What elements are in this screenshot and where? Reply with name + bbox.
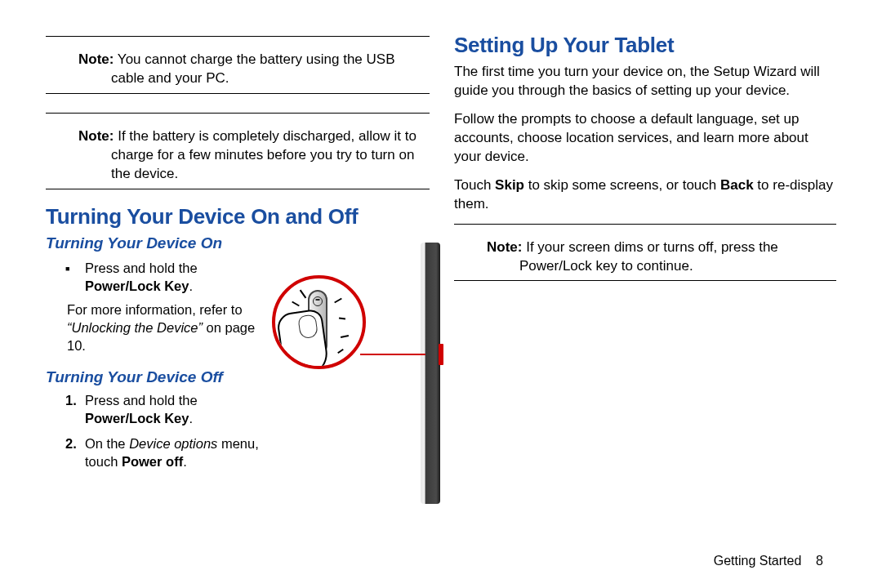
footer-section: Getting Started	[714, 554, 802, 568]
text: .	[183, 454, 187, 469]
instruction-text: Press and hold the Power/Lock Key. For m…	[46, 256, 261, 478]
note-text: If the battery is completely discharged,…	[111, 128, 416, 181]
note-label: Note:	[78, 51, 114, 67]
setup-prompts: Follow the prompts to choose a default l…	[454, 110, 836, 167]
left-column: Note: You cannot charge the battery usin…	[46, 33, 430, 539]
cross-reference: For more information, refer to “Unlockin…	[46, 301, 261, 355]
callout-line	[360, 354, 425, 355]
text: .	[189, 278, 193, 293]
step-press-hold: Press and hold the Power/Lock Key.	[85, 391, 261, 428]
rule	[46, 189, 430, 189]
power-off-label: Power off	[122, 454, 183, 469]
note-label: Note:	[78, 128, 114, 144]
device-illustration	[277, 243, 440, 504]
back-label: Back	[720, 177, 754, 193]
tablet-side-icon	[421, 243, 440, 504]
text: Touch	[454, 177, 495, 193]
press-mark-icon	[299, 289, 306, 298]
illustration-area	[261, 256, 430, 478]
press-mark-icon	[334, 297, 342, 303]
note-discharged: Note: If the battery is completely disch…	[46, 127, 430, 184]
text: to skip some screens, or touch	[524, 177, 720, 193]
setup-wizard-intro: The first time you turn your device on, …	[454, 63, 836, 100]
power-lock-key-label: Power/Lock Key	[85, 411, 189, 425]
right-column: Setting Up Your Tablet The first time yo…	[454, 33, 836, 539]
bullet-list: Press and hold the Power/Lock Key.	[46, 259, 261, 296]
rule	[454, 224, 836, 225]
rule	[46, 93, 430, 94]
press-mark-icon	[341, 335, 349, 338]
press-mark-icon	[292, 301, 300, 306]
note-no-usb-charge: Note: You cannot charge the battery usin…	[46, 51, 430, 88]
two-col-block: Press and hold the Power/Lock Key. For m…	[46, 256, 430, 478]
rule	[46, 113, 430, 114]
page-footer: Getting Started 8	[714, 554, 823, 568]
ref-title: “Unlocking the Device”	[67, 320, 203, 335]
text: On the	[85, 436, 129, 451]
text: For more information, refer to	[67, 302, 243, 317]
heading-setup-tablet: Setting Up Your Tablet	[454, 33, 836, 58]
subheading-turn-off: Turning Your Device Off	[46, 367, 261, 388]
skip-back-instruction: Touch Skip to skip some screens, or touc…	[454, 176, 836, 214]
device-options-label: Device options	[129, 436, 217, 451]
skip-label: Skip	[495, 177, 524, 193]
text: .	[189, 411, 193, 425]
power-button-highlight	[439, 344, 443, 365]
note-text: You cannot charge the battery using the …	[111, 51, 394, 86]
steps-list: Press and hold the Power/Lock Key. On th…	[46, 391, 261, 471]
page-content: Note: You cannot charge the battery usin…	[0, 0, 882, 539]
rule	[46, 36, 430, 37]
heading-turn-on-off: Turning Your Device On and Off	[46, 204, 430, 229]
callout-circle	[272, 275, 366, 369]
press-mark-icon	[337, 349, 344, 354]
bullet-press-hold: Press and hold the Power/Lock Key.	[85, 259, 261, 296]
text: Press and hold the	[85, 393, 198, 408]
press-mark-icon	[339, 317, 345, 319]
footer-page-number: 8	[816, 554, 823, 568]
note-label: Note:	[487, 239, 522, 255]
note-screen-dim: Note: If your screen dims or turns off, …	[454, 238, 836, 276]
rule	[454, 280, 836, 281]
note-text: If your screen dims or turns off, press …	[519, 239, 778, 274]
step-power-off: On the Device options menu, touch Power …	[85, 434, 261, 471]
hand-press-icon	[275, 308, 330, 369]
text: Press and hold the	[85, 261, 198, 275]
power-lock-key-label: Power/Lock Key	[85, 278, 189, 293]
